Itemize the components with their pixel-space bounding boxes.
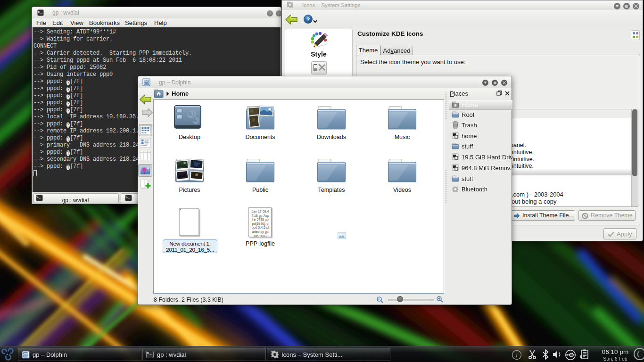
svg-text:?: ?	[306, 16, 310, 22]
svg-text:i: i	[516, 352, 518, 359]
svg-text:08: 08	[268, 108, 272, 111]
